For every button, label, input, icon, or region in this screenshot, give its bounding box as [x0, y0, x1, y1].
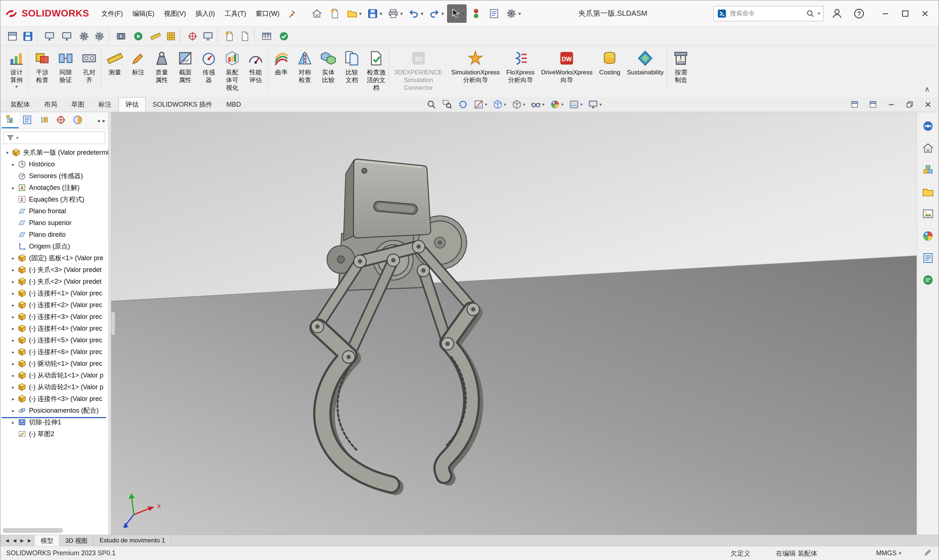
dropdown-caret-icon[interactable]: ▾	[15, 84, 18, 89]
zoom-area-button[interactable]	[440, 98, 455, 111]
maximize-button[interactable]	[895, 5, 915, 23]
tab-evaluate[interactable]: 评估	[119, 97, 146, 112]
tree-item[interactable]: (固定) 底板<1> (Valor pre	[0, 252, 108, 264]
tree-item[interactable]: (-) 连接杆<3> (Valor prec	[0, 311, 108, 323]
tab-assembly[interactable]: 装配体	[3, 97, 37, 112]
home-button[interactable]	[308, 5, 325, 23]
tree-item[interactable]: (-) 连接杆<2> (Valor prec	[0, 299, 108, 311]
tags-icon[interactable]	[923, 548, 933, 559]
section-view-button[interactable]	[471, 98, 489, 111]
threedexperience-icon[interactable]	[920, 118, 936, 134]
panel-splitter[interactable]	[109, 112, 111, 535]
propertymanager-tab[interactable]	[19, 113, 35, 128]
featuremanager-tab[interactable]	[2, 113, 19, 128]
expander-icon[interactable]	[9, 185, 17, 191]
tree-item[interactable]: 夹爪第一版 (Valor predetermi	[0, 146, 108, 158]
menu-edit[interactable]: 编辑(E)	[128, 6, 159, 22]
interference-check-button[interactable]: 干涉 检查 ▾	[31, 48, 54, 92]
section-properties-button[interactable]: 截面 属性 ▾	[174, 48, 197, 92]
measure-button[interactable]: 测量 ▾	[103, 48, 126, 92]
floppy-icon[interactable]	[22, 29, 37, 44]
properties-list-button[interactable]	[486, 5, 503, 23]
view-palette-icon[interactable]	[920, 206, 936, 222]
window-icon[interactable]	[5, 29, 20, 44]
collapse-ribbon-icon[interactable]: ∧	[919, 81, 936, 97]
expander-icon[interactable]	[9, 396, 17, 402]
symmetry-check-button[interactable]: 对称 检查 ▾	[293, 48, 316, 92]
edit-appearance-button[interactable]	[547, 98, 566, 111]
open-button[interactable]	[344, 5, 364, 23]
costing-button[interactable]: Costing ▾	[596, 48, 624, 92]
menu-view[interactable]: 视图(V)	[159, 6, 191, 22]
tree-item[interactable]: Plano direito	[0, 229, 108, 240]
view-settings-button[interactable]	[586, 98, 604, 111]
close-document-button[interactable]	[922, 99, 934, 110]
expander-icon[interactable]	[9, 279, 17, 285]
pin-menu-button[interactable]	[284, 6, 299, 21]
monitor-icon-2[interactable]	[59, 29, 74, 44]
tile-window-button[interactable]	[867, 99, 879, 110]
menu-file[interactable]: 文件(F)	[97, 6, 128, 22]
tree-item[interactable]: (-) 连接杆<6> (Valor prec	[0, 346, 108, 358]
command-search-input[interactable]	[730, 10, 803, 17]
appearances-icon[interactable]	[920, 228, 936, 244]
configurationmanager-tab[interactable]	[35, 113, 52, 128]
film-icon[interactable]	[113, 29, 129, 44]
gear-icon-2[interactable]	[94, 29, 109, 44]
tree-item[interactable]: (-) 连接杆<4> (Valor prec	[0, 323, 108, 334]
design-library-icon[interactable]	[920, 162, 936, 178]
expander-icon[interactable]	[9, 255, 17, 261]
table-icon[interactable]	[259, 29, 274, 44]
ruler-icon[interactable]	[148, 29, 163, 44]
tree-item[interactable]: (-) 从动齿轮1<1> (Valor p	[0, 369, 108, 381]
select-button[interactable]	[447, 5, 467, 23]
menu-insert[interactable]: 插入(I)	[191, 6, 220, 22]
expander-icon[interactable]	[9, 349, 17, 355]
tree-item[interactable]: (-) 连接杆<1> (Valor prec	[0, 287, 108, 299]
new-document-button[interactable]	[327, 5, 343, 23]
user-account-button[interactable]	[829, 5, 845, 22]
menu-tools[interactable]: 工具(T)	[220, 6, 251, 22]
search-options-caret-icon[interactable]: ▾	[817, 11, 820, 16]
on-demand-manufacturing-button[interactable]: 按需 制造 ▾	[669, 48, 692, 92]
tab-3d-views[interactable]: 3D 视图	[59, 535, 94, 546]
next-tab-button[interactable]: ▶	[19, 538, 25, 543]
units-dropdown[interactable]: MMGS	[876, 549, 901, 557]
tree-item[interactable]: (-) 连接件<3> (Valor prec	[0, 393, 108, 405]
simulationxpress-button[interactable]: SimulationXpress 分析向导 ▾	[448, 48, 503, 92]
scrollbar-thumb[interactable]	[3, 528, 63, 533]
tree-item[interactable]: Posicionamentos (配合)	[0, 405, 108, 416]
tab-model[interactable]: 模型	[35, 535, 59, 546]
expander-icon[interactable]	[9, 162, 17, 167]
view-orientation-button[interactable]	[490, 98, 508, 111]
file-explorer-icon[interactable]	[920, 184, 936, 200]
apply-scene-button[interactable]	[567, 98, 585, 111]
custom-properties-icon[interactable]	[920, 250, 936, 266]
previous-view-button[interactable]	[456, 98, 470, 111]
tree-item[interactable]: Sensores (传感器)	[0, 170, 108, 182]
expander-icon[interactable]	[9, 291, 17, 296]
target-icon[interactable]	[185, 29, 200, 44]
expander-icon[interactable]	[9, 337, 17, 343]
check-active-document-button[interactable]: 检查激 活的文 档 ▾	[364, 48, 389, 92]
viewport-splitter-handle[interactable]	[111, 312, 115, 335]
forward-tabs-button[interactable]: ▶	[26, 538, 32, 543]
rebuild-traffic-button[interactable]	[468, 5, 484, 23]
tab-sketch[interactable]: 草图	[64, 97, 91, 112]
expander-icon[interactable]	[9, 326, 17, 331]
close-button[interactable]	[915, 5, 935, 23]
forum-icon[interactable]	[920, 272, 936, 288]
tab-mbd[interactable]: MBD	[219, 97, 248, 112]
tree-horizontal-scrollbar[interactable]	[3, 528, 105, 533]
tree-item[interactable]: Equações (方程式)	[0, 194, 108, 205]
save-button[interactable]	[365, 5, 384, 23]
check-icon[interactable]	[276, 29, 291, 44]
tab-layout[interactable]: 布局	[37, 97, 64, 112]
tree-item[interactable]: (-) 从动齿轮2<1> (Valor p	[0, 381, 108, 393]
previous-tab-button[interactable]: ◀	[11, 538, 18, 543]
restore-document-button[interactable]	[904, 99, 916, 110]
cascade-window-button[interactable]	[848, 99, 861, 110]
resources-home-icon[interactable]	[920, 140, 936, 156]
expander-icon[interactable]	[9, 361, 17, 366]
rollback-bar[interactable]	[2, 417, 106, 418]
